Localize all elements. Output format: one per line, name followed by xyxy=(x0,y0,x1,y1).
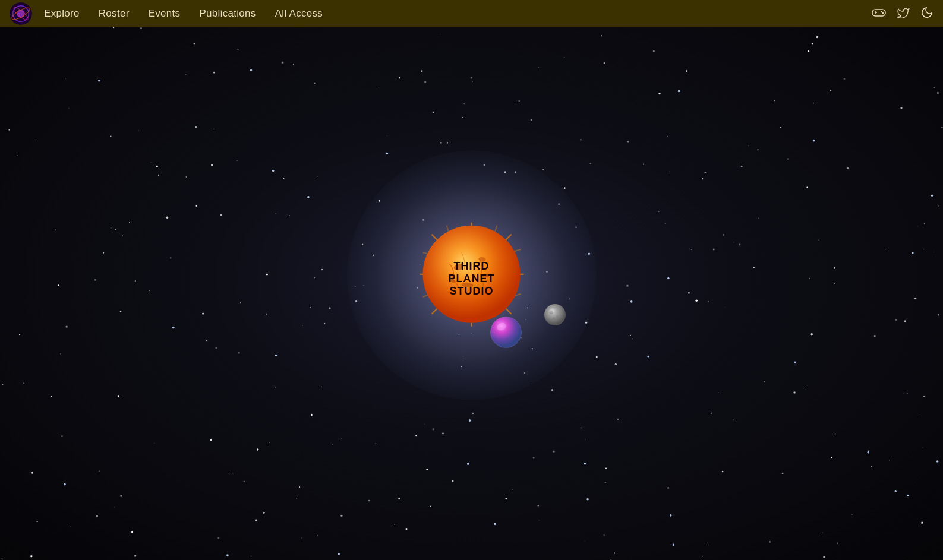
svg-text:THIRD: THIRD xyxy=(453,260,489,271)
nav-explore[interactable]: Explore xyxy=(44,8,80,20)
svg-text:STUDIO: STUDIO xyxy=(449,284,493,296)
twitter-icon[interactable] xyxy=(897,7,910,21)
site-logo[interactable] xyxy=(10,2,32,25)
nav-roster[interactable]: Roster xyxy=(99,8,130,20)
sun: THIRD PLANET STUDIO xyxy=(414,216,529,332)
svg-text:PLANET: PLANET xyxy=(448,272,494,284)
svg-point-37 xyxy=(544,304,566,325)
nav-icons xyxy=(872,6,933,22)
nav-all-access[interactable]: All Access xyxy=(275,8,323,20)
svg-point-39 xyxy=(556,315,559,318)
svg-point-2 xyxy=(17,10,24,17)
svg-point-40 xyxy=(553,317,554,319)
navbar: Explore Roster Events Publications All A… xyxy=(0,0,943,27)
svg-point-9 xyxy=(882,12,884,13)
planet2 xyxy=(543,303,567,327)
game-controller-icon[interactable] xyxy=(872,7,886,21)
svg-point-8 xyxy=(881,11,882,12)
planet1 xyxy=(490,316,522,349)
nav-publications[interactable]: Publications xyxy=(199,8,256,20)
moon-icon[interactable] xyxy=(920,6,933,22)
nav-events[interactable]: Events xyxy=(149,8,181,20)
nav-links: Explore Roster Events Publications All A… xyxy=(44,8,872,20)
